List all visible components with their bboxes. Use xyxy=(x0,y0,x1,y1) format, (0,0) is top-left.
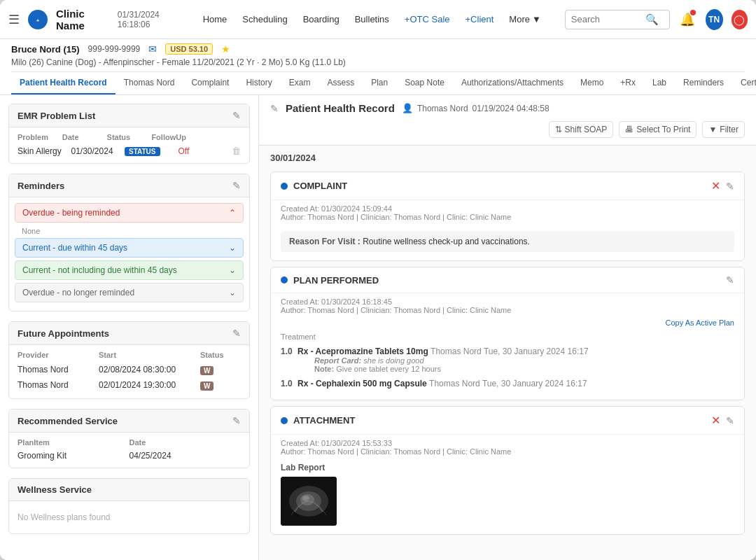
emr-problem-list-title: EMR Problem List xyxy=(18,111,95,121)
tab-exam[interactable]: Exam xyxy=(281,72,319,94)
recommended-service-edit[interactable]: ✎ xyxy=(232,415,241,426)
rx-name: Rx - Cephalexin 500 mg Capsule xyxy=(298,379,429,388)
nav-otc[interactable]: +OTC Sale xyxy=(398,10,457,29)
recommended-service-section: Recommended Service ✎ PlanItem Date Groo… xyxy=(8,409,250,468)
future-appointments-title: Future Appointments xyxy=(18,328,109,339)
select-to-print-button[interactable]: 🖶 Select To Print xyxy=(619,121,696,138)
date-section-label: 30/01/2024 xyxy=(259,146,756,166)
future-appointments-section: Future Appointments ✎ Provider Start Sta… xyxy=(8,321,250,399)
tab-reminders[interactable]: Reminders xyxy=(675,72,732,94)
patient-name: Bruce Nord (15) xyxy=(11,44,80,55)
tab-plan[interactable]: Plan xyxy=(363,72,396,94)
plan-performed-edit-button[interactable]: ✎ xyxy=(726,274,734,286)
problem-status: STATUS xyxy=(125,146,178,156)
reminders-section: Reminders ✎ Overdue - being reminded ⌃ N… xyxy=(8,174,250,312)
power-button[interactable]: ◯ xyxy=(732,10,748,29)
nav-boarding[interactable]: Boarding xyxy=(296,10,346,29)
app-logo: + xyxy=(28,10,48,29)
rx-report: Report Card: she is doing good xyxy=(314,356,589,365)
problem-date: 01/30/2024 xyxy=(71,146,125,156)
emr-problem-list-section: EMR Problem List ✎ Problem Date Status F… xyxy=(8,104,250,164)
tab-thomas-nord[interactable]: Thomas Nord xyxy=(115,72,183,94)
reason-value: Routine wellness check-up and vaccinatio… xyxy=(363,237,530,246)
svg-point-6 xyxy=(302,496,309,501)
tab-assess[interactable]: Assess xyxy=(318,72,363,94)
appt-provider: Thomas Nord xyxy=(18,380,99,390)
complaint-edit-button[interactable]: ✎ xyxy=(726,181,734,192)
search-input[interactable] xyxy=(571,14,641,24)
reminders-edit[interactable]: ✎ xyxy=(232,180,241,191)
tab-patient-health-record[interactable]: Patient Health Record xyxy=(11,72,115,94)
search-box[interactable]: 🔍 xyxy=(565,10,670,29)
nav-bulletins[interactable]: Bulletins xyxy=(348,10,396,29)
record-title-edit-icon[interactable]: ✎ xyxy=(270,103,279,114)
plan-performed-author-line: Author: Thomas Nord | Clinician: Thomas … xyxy=(281,306,734,314)
appt-provider: Thomas Nord xyxy=(18,365,99,374)
appt-status: W xyxy=(200,363,241,376)
lab-report-label: Lab Report xyxy=(281,463,734,472)
attachment-edit-button[interactable]: ✎ xyxy=(726,415,734,426)
patient-phone: 999-999-9999 xyxy=(88,44,141,54)
reminder-label: Overdue - being reminded xyxy=(22,208,120,218)
problem-name: Skin Allergy xyxy=(18,146,71,156)
reminder-overdue-no-longer[interactable]: Overdue - no longer reminded ⌄ xyxy=(15,283,244,302)
plan-performed-card: PLAN PERFORMED ✎ Created At: 01/30/2024 … xyxy=(270,267,745,400)
delete-icon[interactable]: 🗑 xyxy=(232,146,241,156)
email-icon[interactable]: ✉ xyxy=(148,43,157,55)
appt-start: 02/08/2024 08:30:00 xyxy=(99,365,200,374)
filter-icon: ▼ xyxy=(708,125,717,134)
shift-soap-icon: ⇅ xyxy=(555,125,562,134)
tab-rx[interactable]: +Rx xyxy=(612,72,644,94)
nav-scheduling[interactable]: Scheduling xyxy=(235,10,294,29)
rx-author: Thomas Nord xyxy=(430,346,482,356)
tab-certificates[interactable]: Certificates xyxy=(732,72,756,94)
hamburger-menu[interactable]: ☰ xyxy=(8,12,20,27)
emr-problem-list-edit[interactable]: ✎ xyxy=(232,110,241,121)
user-avatar[interactable]: TN xyxy=(706,9,723,30)
reminder-label: Current - due within 45 days xyxy=(22,243,127,253)
search-icon[interactable]: 🔍 xyxy=(645,13,659,26)
treatment-label: Treatment xyxy=(281,332,734,341)
tab-lab[interactable]: Lab xyxy=(644,72,675,94)
attachment-close-button[interactable]: ✕ xyxy=(711,414,720,427)
reminder-label: Current - not including due within 45 da… xyxy=(22,265,177,275)
tab-complaint[interactable]: Complaint xyxy=(183,72,237,94)
shift-soap-button[interactable]: ⇅ Shift SOAP xyxy=(549,121,614,138)
plan-performed-created-at: Created At: 01/30/2024 16:18:45 xyxy=(281,298,734,306)
reminder-overdue-being-reminded[interactable]: Overdue - being reminded ⌃ xyxy=(15,203,244,223)
nav-more[interactable]: More ▼ xyxy=(502,10,548,29)
appt-start: 02/01/2024 19:30:00 xyxy=(99,380,200,390)
col-status: Status xyxy=(200,351,241,359)
complaint-title: COMPLAINT xyxy=(293,181,706,191)
future-appointments-edit[interactable]: ✎ xyxy=(232,328,241,339)
chevron-down-icon: ⌄ xyxy=(229,243,236,253)
tab-auth-attachments[interactable]: Authorizations/Attachments xyxy=(453,72,572,94)
copy-active-plan-link[interactable]: Copy As Active Plan xyxy=(271,316,744,330)
blue-dot-icon xyxy=(281,276,288,284)
animal-info: Milo (26) Canine (Dog) - Affenpinscher -… xyxy=(11,57,745,67)
chevron-down-icon: ⌄ xyxy=(229,265,236,275)
recommended-service-title: Recommended Service xyxy=(18,416,118,426)
nav-home[interactable]: Home xyxy=(196,10,234,29)
notifications-button[interactable]: 🔔 xyxy=(678,8,697,31)
complaint-close-button[interactable]: ✕ xyxy=(711,179,720,192)
col-action xyxy=(196,133,241,141)
col-provider: Provider xyxy=(18,351,99,359)
col-problem: Problem xyxy=(18,133,62,141)
tab-history[interactable]: History xyxy=(237,72,280,94)
wellness-empty-label: No Wellness plans found xyxy=(18,507,241,528)
reason-for-visit: Reason For Visit : Routine wellness chec… xyxy=(281,231,734,252)
blue-dot-icon xyxy=(281,417,288,424)
attachment-author-line: Author: Thomas Nord | Clinician: Thomas … xyxy=(281,447,734,456)
reminder-current-within-45[interactable]: Current - due within 45 days ⌄ xyxy=(15,238,244,258)
reason-label: Reason For Visit : xyxy=(289,237,360,246)
wellness-service-section: Wellness Service No Wellness plans found xyxy=(8,478,250,534)
reminder-current-not-including-45[interactable]: Current - not including due within 45 da… xyxy=(15,260,244,280)
attachment-created-at: Created At: 01/30/2024 15:53:33 xyxy=(281,439,734,447)
filter-button[interactable]: ▼ Filter xyxy=(702,121,745,138)
tab-memo[interactable]: Memo xyxy=(572,72,612,94)
author-icon: 👤 xyxy=(402,103,413,113)
tab-soap-note[interactable]: Soap Note xyxy=(396,72,453,94)
attachment-card: ATTACHMENT ✕ ✎ Created At: 01/30/2024 15… xyxy=(270,406,745,535)
nav-client[interactable]: +Client xyxy=(458,10,501,29)
